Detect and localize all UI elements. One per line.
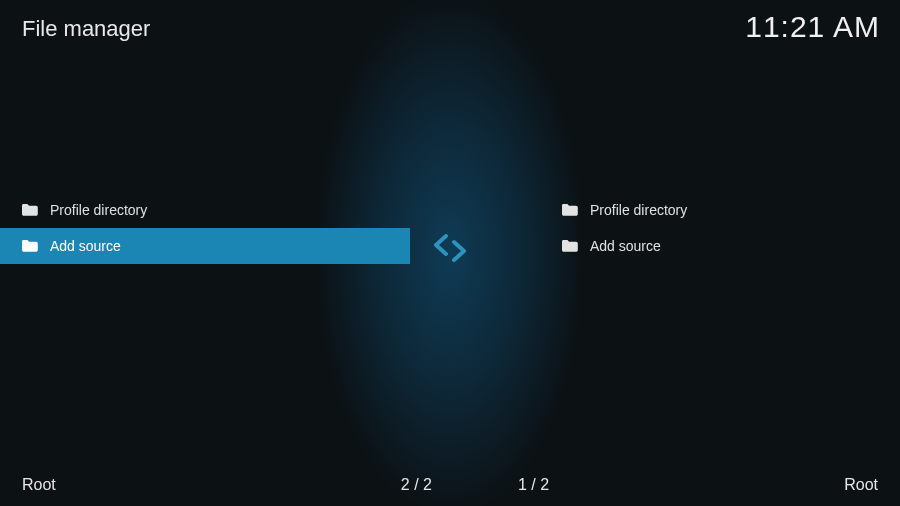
left-pane: Profile directory Add source	[0, 192, 410, 264]
footer-path-right: Root	[844, 476, 878, 494]
footer-path-left: Root	[22, 476, 56, 494]
folder-icon	[22, 240, 38, 252]
folder-icon	[562, 204, 578, 216]
right-pane: Profile directory Add source	[540, 192, 900, 264]
footer-right: 1 / 2 Root	[518, 476, 878, 494]
footer: Root 2 / 2 1 / 2 Root	[0, 476, 900, 494]
clock: 11:21 AM	[745, 10, 880, 44]
transfer-arrows-icon	[432, 234, 468, 262]
header: File manager 11:21 AM	[0, 6, 900, 44]
list-item-add-source[interactable]: Add source	[0, 228, 410, 264]
list-item-profile-directory[interactable]: Profile directory	[0, 192, 410, 228]
list-item-label: Profile directory	[50, 202, 147, 218]
list-item-label: Add source	[50, 238, 121, 254]
footer-count-right: 1 / 2	[518, 476, 549, 494]
folder-icon	[22, 204, 38, 216]
folder-icon	[562, 240, 578, 252]
footer-count-left: 2 / 2	[401, 476, 432, 494]
list-item-label: Add source	[590, 238, 661, 254]
footer-left: Root 2 / 2	[22, 476, 432, 494]
list-item-add-source[interactable]: Add source	[540, 228, 900, 264]
page-title: File manager	[22, 16, 150, 42]
list-item-profile-directory[interactable]: Profile directory	[540, 192, 900, 228]
list-item-label: Profile directory	[590, 202, 687, 218]
